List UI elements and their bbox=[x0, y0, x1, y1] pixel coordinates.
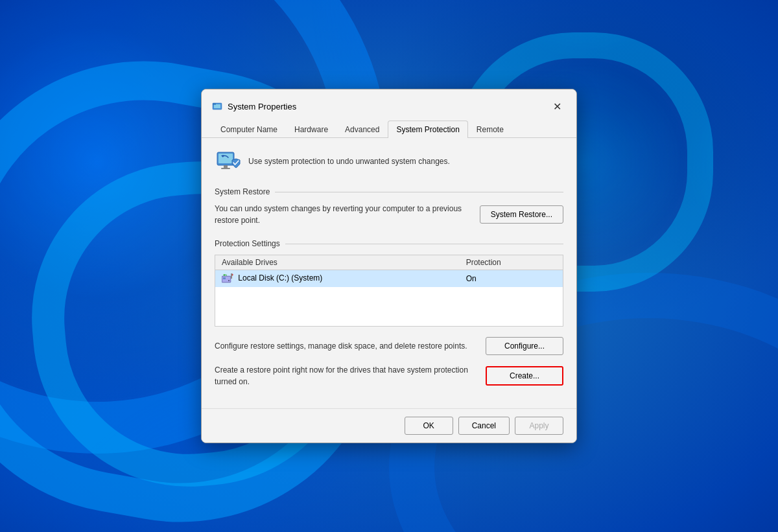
col-available-drives: Available Drives bbox=[215, 255, 460, 270]
create-description: Create a restore point right now for the… bbox=[215, 364, 478, 387]
drives-table: Available Drives Protection bbox=[215, 255, 563, 327]
col-protection: Protection bbox=[460, 255, 563, 270]
svg-rect-2 bbox=[213, 103, 216, 105]
system-restore-row: You can undo system changes by reverting… bbox=[215, 203, 563, 226]
protection-settings-section: Protection Settings Available Drives Pro… bbox=[215, 239, 563, 387]
configure-row: Configure restore settings, manage disk … bbox=[215, 337, 563, 355]
drive-protection-status: On bbox=[460, 270, 563, 288]
svg-rect-10 bbox=[223, 277, 226, 279]
table-empty-row-3 bbox=[215, 313, 563, 326]
drive-name: Local Disk (C:) (System) bbox=[215, 270, 460, 288]
header-description: Use system protection to undo unwanted s… bbox=[248, 156, 450, 167]
svg-rect-12 bbox=[231, 273, 232, 279]
protection-section-divider bbox=[285, 244, 563, 244]
table-empty-row-2 bbox=[215, 300, 563, 313]
ok-button[interactable]: OK bbox=[405, 417, 453, 435]
dialog-title: System Properties bbox=[228, 102, 296, 111]
table-header-row: Available Drives Protection bbox=[215, 255, 563, 270]
drive-icon bbox=[222, 273, 233, 284]
dialog-icon bbox=[212, 101, 222, 111]
tab-remote[interactable]: Remote bbox=[468, 121, 512, 138]
svg-marker-13 bbox=[232, 273, 233, 276]
system-restore-button[interactable]: System Restore... bbox=[480, 205, 563, 224]
create-row: Create a restore point right now for the… bbox=[215, 364, 563, 387]
system-restore-section-header: System Restore bbox=[215, 187, 563, 196]
section-divider bbox=[275, 192, 563, 192]
system-properties-dialog: System Properties ✕ Computer Name Hardwa… bbox=[201, 89, 577, 443]
system-restore-title: System Restore bbox=[215, 187, 270, 196]
tab-bar: Computer Name Hardware Advanced System P… bbox=[202, 115, 576, 138]
system-restore-section: System Restore You can undo system chang… bbox=[215, 187, 563, 226]
tab-system-protection[interactable]: System Protection bbox=[388, 121, 467, 138]
configure-description: Configure restore settings, manage disk … bbox=[215, 340, 478, 352]
svg-rect-5 bbox=[224, 165, 228, 168]
tab-computer-name[interactable]: Computer Name bbox=[212, 121, 286, 138]
protection-settings-header: Protection Settings bbox=[215, 239, 563, 248]
configure-button[interactable]: Configure... bbox=[486, 337, 563, 355]
tab-advanced[interactable]: Advanced bbox=[336, 121, 388, 138]
footer-buttons: OK Cancel Apply bbox=[202, 408, 576, 443]
tab-content: Use system protection to undo unwanted s… bbox=[202, 138, 576, 408]
svg-rect-6 bbox=[221, 168, 230, 169]
close-button[interactable]: ✕ bbox=[548, 97, 566, 115]
system-restore-description: You can undo system changes by reverting… bbox=[215, 203, 472, 226]
apply-button[interactable]: Apply bbox=[515, 417, 563, 435]
cancel-button[interactable]: Cancel bbox=[458, 417, 510, 435]
system-protection-icon bbox=[215, 148, 241, 174]
title-bar: System Properties ✕ bbox=[202, 89, 576, 115]
tab-hardware[interactable]: Hardware bbox=[286, 121, 336, 138]
table-row[interactable]: Local Disk (C:) (System) On bbox=[215, 270, 563, 288]
drive-label: Local Disk (C:) (System) bbox=[238, 273, 322, 283]
protection-settings-title: Protection Settings bbox=[215, 239, 280, 248]
title-bar-left: System Properties bbox=[212, 101, 296, 111]
svg-point-11 bbox=[228, 280, 230, 281]
dialog-overlay: System Properties ✕ Computer Name Hardwa… bbox=[0, 0, 778, 532]
create-button[interactable]: Create... bbox=[486, 366, 563, 386]
header-row: Use system protection to undo unwanted s… bbox=[215, 148, 563, 174]
table-empty-row-1 bbox=[215, 287, 563, 300]
svg-rect-4 bbox=[218, 154, 233, 163]
